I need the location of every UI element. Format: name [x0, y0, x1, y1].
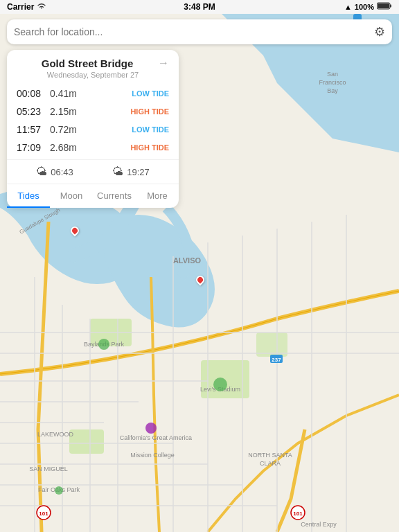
- svg-rect-5: [69, 429, 104, 454]
- sunrise-item: 🌤 06:43: [36, 166, 73, 178]
- tide-height: 2.15m: [44, 106, 130, 117]
- battery-level: 100%: [355, 3, 374, 11]
- svg-text:CLARA: CLARA: [260, 460, 281, 467]
- card-nav-arrow[interactable]: →: [158, 57, 169, 69]
- svg-text:101: 101: [39, 511, 48, 517]
- tab-moon[interactable]: Moon: [50, 184, 93, 208]
- tide-height: 0.41m: [44, 88, 132, 99]
- status-bar: Carrier 3:48 PM ▲ 100%: [0, 0, 399, 14]
- tide-rows: 00:08 0.41m LOW TIDE 05:23 2.15m HIGH TI…: [7, 85, 179, 157]
- card-tabs: TidesMoonCurrentsMore: [7, 184, 179, 208]
- tide-row: 05:23 2.15m HIGH TIDE: [7, 103, 179, 121]
- location-icon: ▲: [344, 3, 352, 11]
- battery-icon: [377, 2, 392, 12]
- sunrise-time: 06:43: [51, 167, 73, 177]
- svg-rect-1: [390, 5, 391, 8]
- tab-tides[interactable]: Tides: [7, 184, 50, 208]
- svg-point-47: [213, 378, 227, 391]
- tide-height: 2.68m: [44, 142, 130, 153]
- card-subtitle: Wednesday, September 27: [7, 71, 179, 85]
- svg-text:California's Great America: California's Great America: [120, 434, 192, 441]
- tide-row: 17:09 2.68m HIGH TIDE: [7, 139, 179, 157]
- sun-row: 🌤 06:43 🌤 19:27: [7, 159, 179, 184]
- sunset-time: 19:27: [127, 167, 150, 177]
- svg-text:SAN MIGUEL: SAN MIGUEL: [29, 466, 68, 472]
- svg-rect-2: [378, 3, 389, 8]
- gear-icon[interactable]: ⚙: [374, 24, 385, 39]
- sunset-icon: 🌤: [112, 166, 123, 178]
- svg-point-49: [55, 486, 63, 495]
- carrier-label: Carrier: [7, 2, 34, 12]
- status-right: ▲ 100%: [344, 2, 392, 12]
- svg-text:Francisco: Francisco: [319, 79, 346, 86]
- tide-label-high: HIGH TIDE: [130, 107, 169, 116]
- tide-time: 05:23: [17, 106, 44, 117]
- wifi-icon: [37, 2, 46, 12]
- status-left: Carrier: [7, 2, 46, 12]
- sunrise-icon: 🌤: [36, 166, 47, 178]
- tide-height: 0.72m: [44, 124, 132, 135]
- tide-time: 17:09: [17, 142, 44, 153]
- svg-text:Bay: Bay: [327, 87, 338, 94]
- info-card: Gold Street Bridge → Wednesday, Septembe…: [7, 50, 179, 208]
- sunset-item: 🌤 19:27: [112, 166, 150, 178]
- tide-label-low: LOW TIDE: [132, 89, 169, 98]
- tide-row: 00:08 0.41m LOW TIDE: [7, 85, 179, 103]
- svg-text:101: 101: [293, 511, 303, 517]
- search-bar[interactable]: ⚙: [7, 19, 392, 44]
- status-time: 3:48 PM: [184, 2, 215, 12]
- svg-text:ALVISO: ALVISO: [173, 256, 202, 265]
- svg-text:NORTH SANTA: NORTH SANTA: [248, 452, 292, 459]
- svg-text:Central Expy: Central Expy: [301, 521, 337, 528]
- svg-text:237: 237: [272, 357, 281, 363]
- svg-text:Mission College: Mission College: [130, 452, 175, 459]
- tide-label-high: HIGH TIDE: [130, 143, 169, 152]
- tide-time: 00:08: [17, 88, 44, 99]
- svg-point-46: [98, 339, 109, 350]
- card-header: Gold Street Bridge →: [7, 50, 179, 71]
- search-input[interactable]: [14, 26, 374, 37]
- tide-time: 11:57: [17, 124, 44, 135]
- svg-text:San: San: [327, 71, 338, 78]
- svg-text:LAKEWOOD: LAKEWOOD: [37, 431, 74, 438]
- tide-label-low: LOW TIDE: [132, 125, 169, 134]
- card-title: Gold Street Bridge: [17, 57, 158, 69]
- tide-row: 11:57 0.72m LOW TIDE: [7, 121, 179, 139]
- tab-currents[interactable]: Currents: [93, 184, 136, 208]
- svg-point-48: [145, 423, 157, 434]
- tab-more[interactable]: More: [136, 184, 179, 208]
